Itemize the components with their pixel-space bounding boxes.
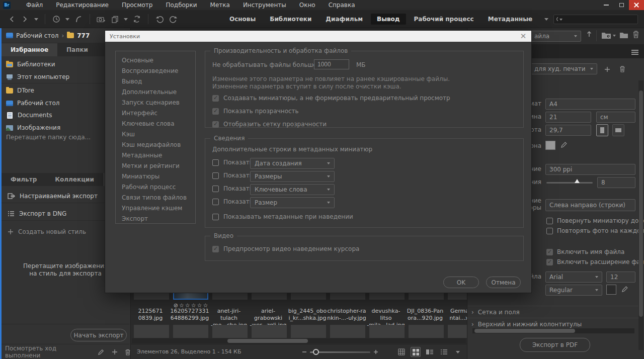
- start-export-button[interactable]: Начать экспорт: [70, 329, 127, 341]
- new-folder-icon[interactable]: [619, 31, 628, 39]
- cancel-button[interactable]: Отмена: [486, 277, 521, 288]
- zoom-slider[interactable]: [310, 351, 370, 353]
- menu-view[interactable]: Просмотр: [115, 1, 159, 10]
- nav-export[interactable]: Экспорт: [116, 214, 195, 224]
- tab-collections[interactable]: Коллекции: [46, 173, 103, 186]
- width-unit-field[interactable]: см: [596, 112, 635, 123]
- chevron-down-icon[interactable]: [613, 35, 616, 37]
- menu-window[interactable]: Окно: [293, 1, 322, 10]
- nav-cache[interactable]: Кэш: [116, 129, 195, 140]
- nav-cache-management[interactable]: Управление кэшем: [116, 203, 195, 214]
- resolution-field[interactable]: 300 ppi: [545, 164, 635, 175]
- workspace-more-icon[interactable]: [544, 18, 548, 21]
- menu-label[interactable]: Метка: [204, 1, 236, 10]
- workspace-tab-metadata[interactable]: Метаданные: [482, 14, 539, 25]
- nav-output[interactable]: Вывод: [116, 76, 195, 87]
- workspace-tab-essentials[interactable]: Основы: [223, 14, 262, 25]
- get-photos-icon[interactable]: [97, 15, 106, 24]
- dialog-close-icon[interactable]: ✕: [518, 31, 528, 41]
- nav-thumbnails[interactable]: Миниатюры: [116, 171, 195, 182]
- checkbox[interactable]: [212, 214, 219, 220]
- font-style-dropdown[interactable]: Regular: [545, 285, 602, 296]
- metadata-dropdown-3[interactable]: Ключевые слова: [250, 184, 335, 195]
- trash-icon[interactable]: [125, 349, 131, 355]
- nav-keywords[interactable]: Ключевые слова: [116, 119, 195, 129]
- format-field[interactable]: A4: [545, 99, 635, 110]
- nav-startup-scripts[interactable]: Запуск сценариев: [116, 98, 195, 108]
- recent-folder-icon[interactable]: [601, 31, 611, 39]
- background-color-swatch[interactable]: [545, 141, 555, 150]
- zoom-out-icon[interactable]: [302, 349, 307, 354]
- height-field[interactable]: 29,7: [545, 125, 591, 136]
- workspace-tab-workflow[interactable]: Рабочий процесс: [408, 14, 480, 25]
- file-limit-input[interactable]: [314, 59, 349, 69]
- search-scope-icon[interactable]: [559, 19, 562, 21]
- quality-slider-knob[interactable]: [575, 179, 580, 183]
- breadcrumb-root[interactable]: Рабочий стол: [16, 32, 58, 39]
- minimize-button[interactable]: [599, 0, 614, 10]
- file-thumbnail[interactable]: [291, 325, 326, 338]
- eyedropper-icon[interactable]: [560, 141, 568, 148]
- tab-filter[interactable]: Фильтр: [2, 173, 46, 186]
- nav-metadata[interactable]: Метаданные: [116, 150, 195, 161]
- scrollbar-thumb[interactable]: [227, 339, 308, 343]
- search-input[interactable]: [564, 17, 635, 23]
- view-options-icon[interactable]: [456, 351, 460, 353]
- nav-dropdown-icon[interactable]: [34, 18, 38, 21]
- workspace-tab-output[interactable]: Вывод: [371, 14, 406, 25]
- menu-help[interactable]: Справка: [322, 1, 362, 10]
- scrollbar-thumb[interactable]: [639, 91, 643, 317]
- nav-interface[interactable]: Интерфейс: [116, 108, 195, 119]
- grid-lock-view-icon[interactable]: [396, 347, 407, 357]
- list-view-icon[interactable]: [439, 347, 449, 357]
- width-field[interactable]: 21: [545, 112, 591, 123]
- checkbox[interactable]: [212, 172, 219, 179]
- landscape-orientation-button[interactable]: [612, 124, 624, 136]
- checkbox-checked[interactable]: [212, 246, 219, 252]
- nav-labels-ratings[interactable]: Метки и рейтинги: [116, 161, 195, 171]
- nav-advanced[interactable]: Дополнительные: [116, 87, 195, 98]
- ok-button[interactable]: OK: [443, 277, 479, 288]
- panel-menu-icon[interactable]: [631, 50, 638, 51]
- zoom-slider-knob[interactable]: [313, 349, 319, 355]
- workspace-tab-libraries[interactable]: Библиотеки: [264, 14, 317, 25]
- checkbox[interactable]: [212, 199, 219, 205]
- font-family-dropdown[interactable]: Arial: [545, 272, 602, 283]
- trash-icon[interactable]: [619, 65, 625, 72]
- plus-icon[interactable]: [604, 66, 610, 72]
- file-thumbnail[interactable]: [212, 325, 248, 338]
- checkbox-checked[interactable]: [212, 95, 219, 102]
- breadcrumb-folder[interactable]: 777: [77, 32, 90, 39]
- eyedropper-icon[interactable]: [621, 285, 629, 293]
- checkbox[interactable]: [212, 159, 219, 166]
- details-view-icon[interactable]: [425, 347, 435, 357]
- workspace-tab-filmstrip[interactable]: Диафильм: [319, 14, 369, 25]
- tab-favorites[interactable]: Избранное: [2, 43, 57, 56]
- scrollbar-thumb[interactable]: [474, 329, 575, 333]
- tab-folders[interactable]: Папки: [57, 43, 97, 56]
- font-color-swatch[interactable]: [606, 285, 616, 295]
- metadata-dropdown-2[interactable]: Размеры: [250, 171, 335, 182]
- menu-tools[interactable]: Инструменты: [236, 1, 293, 10]
- copy-icon[interactable]: [110, 15, 119, 24]
- menu-file[interactable]: Файл: [20, 1, 49, 10]
- close-button[interactable]: [629, 0, 644, 10]
- search-box[interactable]: [553, 15, 638, 24]
- trash-icon[interactable]: [632, 30, 639, 38]
- font-size-field[interactable]: 12: [606, 272, 635, 283]
- boomerang-icon[interactable]: [74, 15, 83, 24]
- file-thumbnail[interactable]: [369, 325, 405, 338]
- checkbox[interactable]: [546, 218, 553, 224]
- file-thumbnail[interactable]: [409, 325, 444, 338]
- zoom-in-icon[interactable]: [373, 349, 378, 354]
- checkbox[interactable]: [546, 228, 553, 234]
- nav-playback[interactable]: Воспроизведение: [116, 66, 195, 76]
- plus-icon[interactable]: [112, 349, 118, 355]
- nav-workflow[interactable]: Рабочий процесс: [116, 182, 195, 193]
- quality-slider[interactable]: [546, 182, 593, 184]
- section-grid-margins[interactable]: › Сетка и поля: [467, 306, 638, 318]
- pencil-icon[interactable]: [98, 348, 105, 355]
- checkbox-checked[interactable]: [212, 121, 219, 128]
- nav-file-type-associations[interactable]: Связи типов файлов: [116, 193, 195, 203]
- portrait-orientation-button[interactable]: [596, 124, 608, 136]
